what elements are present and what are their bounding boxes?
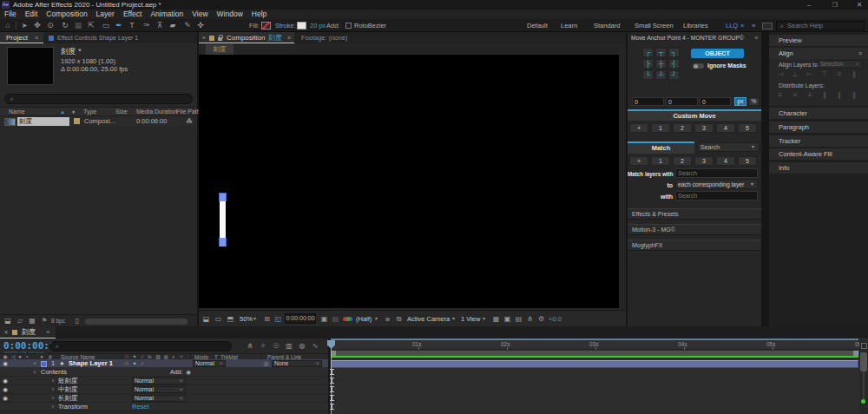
workspace-libraries[interactable]: Libraries	[683, 19, 708, 32]
reset-exposure-icon[interactable]: ⚙	[536, 311, 546, 327]
custom-move-header[interactable]: Custom Move	[628, 109, 761, 121]
layer-row-shape-layer-1[interactable]: ◉ ˅ 1 ★ Shape Layer 1 ☉ ✦ ∕ Normal ˅ ◎ N…	[0, 359, 328, 368]
match-mode-dropdown[interactable]: Search ▾	[697, 142, 760, 152]
comp-marker-bin-icon[interactable]	[861, 343, 867, 349]
match-tab[interactable]: Match	[628, 141, 694, 154]
fill-swatch[interactable]	[261, 22, 271, 30]
custom-slot-add-button[interactable]: +	[629, 123, 648, 133]
custom-slot-4-button[interactable]: 4	[716, 123, 735, 133]
stroke-swatch[interactable]	[297, 22, 306, 30]
sort-asc-icon[interactable]: ▲	[60, 108, 65, 116]
collapse-right-icon[interactable]: ›	[49, 377, 56, 385]
show-snapshot-icon[interactable]: ▤	[331, 311, 340, 327]
snapshot-camera-icon[interactable]: ▣	[319, 311, 329, 327]
distribute-bottom-icon[interactable]: ≡	[806, 91, 814, 99]
close-button[interactable]: ✕	[851, 0, 868, 10]
sitemap-icon[interactable]: ⁂	[185, 116, 194, 127]
group-row-short-tick[interactable]: ◉ › 短刻度 Normal ˅	[0, 377, 328, 385]
panel-align-header[interactable]: Align ≡	[769, 48, 868, 59]
rotobezier-checkbox[interactable]	[345, 23, 352, 29]
trash-icon[interactable]: ▯	[73, 315, 82, 326]
tag-icon[interactable]: ♦	[72, 108, 75, 116]
rotate-tool[interactable]: ↻	[60, 19, 70, 32]
selection-tool[interactable]: ➤	[19, 19, 30, 32]
rectangle-tool[interactable]: ▭	[101, 19, 111, 32]
menu-view[interactable]: View	[192, 10, 207, 19]
comp-mini-flowchart-icon[interactable]: ⋔	[245, 341, 255, 352]
anchor-x-field[interactable]	[632, 97, 664, 106]
hide-shy-layers-icon[interactable]: ☉	[271, 341, 281, 352]
contents-row[interactable]: ˅ Contents Add: ◉	[0, 368, 328, 377]
zoom-level-value[interactable]: 50%	[240, 311, 253, 327]
anchor-z-field[interactable]	[700, 97, 731, 106]
timeline-tab[interactable]: ✕ 刻度 ≡	[0, 326, 56, 338]
view-chevron-icon[interactable]: ▾	[483, 311, 485, 327]
timeline-search-input[interactable]	[62, 342, 226, 351]
anchor-bottom-center-button[interactable]: ┴	[655, 70, 667, 80]
stroke-width-value[interactable]: 20 px	[310, 19, 326, 32]
align-to-dropdown[interactable]: Selection ▾	[818, 60, 863, 69]
panel-menu-icon[interactable]: ≡	[856, 48, 865, 59]
panel-info[interactable]: Info	[769, 162, 868, 174]
pixel-aspect-icon[interactable]: ▦	[491, 311, 501, 327]
panel-tracker[interactable]: Tracker	[769, 135, 868, 147]
collapse-right-icon[interactable]: ›	[49, 385, 56, 394]
eye-icon[interactable]: ◉	[2, 377, 9, 385]
anchor-bottom-right-button[interactable]: ┘	[668, 70, 680, 80]
eye-icon[interactable]: ◉	[2, 385, 9, 394]
exposure-value[interactable]: +0.0	[549, 311, 562, 327]
contents-label[interactable]: Contents	[41, 368, 67, 377]
distribute-h-center-icon[interactable]: ∥	[835, 91, 844, 99]
grid-options-icon[interactable]: ⊞	[262, 311, 272, 327]
align-left-icon[interactable]: ⊣	[776, 70, 785, 78]
project-bpc-label[interactable]: 8 bpc	[51, 315, 65, 326]
layer-mode-dropdown[interactable]: Normal ˅	[193, 360, 226, 367]
panel-content-aware-fill[interactable]: Content-Aware Fill	[769, 148, 868, 160]
percent-unit-button[interactable]: %	[748, 97, 760, 106]
menu-help[interactable]: Help	[252, 10, 266, 19]
minimize-button[interactable]: –	[800, 0, 818, 10]
menu-file[interactable]: File	[4, 10, 16, 19]
group-mode-dropdown[interactable]: Normal ˅	[132, 395, 186, 402]
transform-row[interactable]: › Transform Reset	[0, 403, 328, 411]
workspace-menu-icon[interactable]: ≡	[740, 19, 744, 32]
magnification-icon[interactable]: ⬒	[226, 311, 235, 327]
transparency-grid-icon[interactable]: ⧉	[394, 311, 404, 327]
collapse-right-icon[interactable]: ›	[49, 394, 56, 403]
time-ruler[interactable]	[331, 340, 868, 350]
panel-menu-icon[interactable]: ≡	[43, 326, 52, 338]
hand-tool[interactable]: ✥	[32, 19, 43, 32]
help-search-input[interactable]	[787, 22, 862, 30]
viewer-tab[interactable]: 刻度	[206, 44, 233, 55]
match-slot-4-button[interactable]: 4	[716, 156, 735, 166]
timeline-vscrollbar-thumb[interactable]	[860, 352, 867, 371]
match-slot-3-button[interactable]: 3	[694, 156, 713, 166]
eye-icon[interactable]: ◉	[2, 394, 9, 403]
anchor-y-field[interactable]	[666, 97, 698, 106]
panel-paragraph[interactable]: Paragraph	[769, 122, 868, 133]
align-bottom-icon[interactable]: ∥	[850, 70, 858, 78]
col-file-path[interactable]: File Path	[176, 108, 201, 116]
playhead-line[interactable]	[331, 340, 332, 414]
timeline-zoom-dot[interactable]	[861, 399, 865, 404]
maximize-button[interactable]: ❐	[826, 0, 844, 10]
col-name[interactable]: Name	[9, 108, 25, 116]
group-mode-dropdown[interactable]: Normal ˅	[132, 386, 186, 393]
with-layers-input[interactable]	[675, 191, 758, 200]
comp-viewer[interactable]	[199, 55, 619, 308]
distribute-top-icon[interactable]: ≡	[776, 91, 785, 99]
panel-preview[interactable]: Preview	[769, 35, 868, 46]
puppet-pin-tool[interactable]: ✜	[195, 19, 206, 32]
home-tool[interactable]: ⌂	[3, 19, 13, 32]
group-mode-dropdown[interactable]: Normal ˅	[132, 378, 186, 384]
selection-handle-bottom[interactable]	[219, 238, 227, 246]
flowchart-button-icon[interactable]: ⋔	[525, 311, 535, 327]
workspace-bar-icon[interactable]	[762, 23, 773, 30]
match-slot-5-button[interactable]: 5	[738, 156, 757, 166]
motion-blur-icon[interactable]: ◍	[297, 341, 307, 352]
project-flag-icon[interactable]: ⚑	[40, 315, 49, 326]
expand-arrow-icon[interactable]: ˅	[31, 368, 38, 377]
camera-chevron-icon[interactable]: ▾	[452, 311, 455, 327]
workspace-overflow-icon[interactable]: »	[752, 19, 755, 32]
col-media-duration[interactable]: Media Duration	[136, 108, 177, 116]
